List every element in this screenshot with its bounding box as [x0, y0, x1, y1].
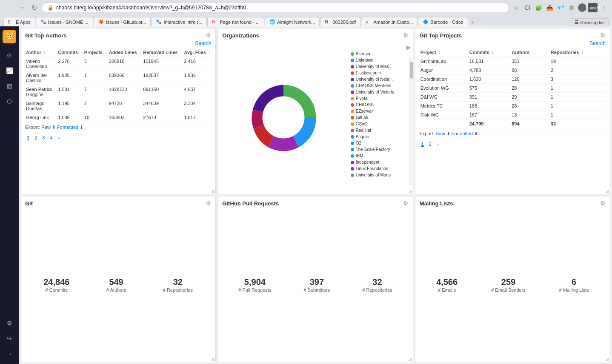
svg-point-3 — [10, 35, 11, 37]
sidebar-logo[interactable] — [3, 30, 16, 43]
stat-label: # Authors — [106, 287, 126, 293]
author-commits: 1,581 — [57, 85, 83, 99]
github-pr-gear[interactable]: ⚙ — [403, 200, 409, 207]
proj-page-2-btn[interactable]: 2 — [427, 141, 433, 148]
stat-value: 32 — [163, 277, 193, 287]
git-panel-resize[interactable]: ◢ — [211, 356, 214, 361]
extension-icon-3[interactable]: 💎 — [556, 3, 565, 12]
ci-icon[interactable]: Ci — [523, 3, 532, 12]
page-4-btn[interactable]: 4 — [48, 134, 54, 141]
extension-icon-1[interactable]: 🧩 — [534, 3, 543, 12]
extension-icon-4[interactable]: ⚙ — [567, 3, 576, 12]
sidebar-item-arrow[interactable]: → — [3, 347, 16, 361]
tab-amazon[interactable]: a Amazon.in:Custo... — [361, 17, 418, 26]
sidebar-item-list[interactable]: ▦ — [3, 79, 16, 93]
tab-label-barcode: Barcode - Odoo — [430, 20, 463, 25]
bookmark-star[interactable]: ☆ — [512, 3, 521, 12]
sidebar-item-shape[interactable]: ⬡ — [3, 94, 16, 108]
tab-pdf[interactable]: N 080206.pdf — [320, 17, 360, 26]
project-repos: 1 — [550, 102, 606, 111]
git-projects-raw-link[interactable]: Raw — [436, 131, 445, 136]
git-top-projects-title: Git Top Projects — [420, 32, 462, 39]
tab-overflow-button[interactable]: » — [469, 18, 476, 26]
legend-dot — [351, 84, 354, 88]
tab-apps[interactable]: E E Apps — [3, 17, 35, 26]
back-button[interactable]: ← — [3, 3, 14, 13]
legend-label: IBM — [356, 154, 363, 158]
orgs-panel-resize[interactable]: ◢ — [409, 188, 412, 193]
refresh-button[interactable]: ↻ — [29, 3, 39, 13]
forward-button[interactable]: → — [16, 3, 26, 13]
git-top-projects-gear[interactable]: ⚙ — [600, 32, 606, 39]
scrollbar-thumb[interactable] — [410, 62, 413, 79]
panel-resize-handle[interactable]: ◢ — [211, 188, 214, 193]
author-added: 226818 — [108, 57, 143, 71]
project-commits: 16,581 — [469, 57, 511, 66]
page-1-btn[interactable]: 1 — [25, 134, 31, 141]
legend-scroll-up[interactable]: ▶ — [351, 44, 411, 51]
owl-logo-icon — [4, 31, 14, 42]
git-authors-formatted-link[interactable]: Formatted — [57, 125, 78, 130]
address-bar[interactable]: 🔒 chaoss.biterg.io/app/kibana#/dashboard… — [42, 3, 509, 13]
table-row: Risk WG 167 13 1 — [420, 111, 606, 119]
proj-col-project: Project ↕ — [420, 48, 469, 57]
page-3-btn[interactable]: 3 — [40, 134, 46, 141]
sidebar-item-home[interactable]: ⊙ — [3, 48, 16, 62]
legend-label: Acquia — [356, 134, 369, 139]
github-pr-panel-resize[interactable]: ◢ — [409, 356, 412, 361]
sidebar-item-settings[interactable]: ⚙ — [3, 316, 16, 330]
legend-label: Elasticsearch — [356, 71, 381, 75]
tabs-bar: E E Apps 🐾 Issues · GNOME ... 🦊 Issues ·… — [0, 15, 612, 26]
proj-page-next-btn[interactable]: » — [435, 141, 441, 148]
proj-page-1-btn[interactable]: 1 — [420, 141, 426, 148]
organizations-gear[interactable]: ⚙ — [403, 32, 409, 39]
menu-button[interactable]: ⋮ — [599, 3, 609, 12]
legend-item: O2 — [351, 140, 411, 146]
git-authors-raw-link[interactable]: Raw — [41, 125, 51, 130]
git-projects-search-link[interactable]: Search — [589, 40, 606, 46]
organizations-scrollbar[interactable] — [409, 57, 413, 185]
legend-label: EZserver — [356, 109, 373, 114]
page-next-btn[interactable]: » — [56, 134, 62, 141]
reading-list-label: Reading list — [581, 20, 605, 25]
git-projects-pagination: 1 2 » — [420, 139, 606, 149]
git-panel-gear[interactable]: ⚙ — [206, 200, 211, 207]
git-top-authors-gear[interactable]: ⚙ — [206, 32, 211, 39]
project-repos: 1 — [550, 93, 606, 102]
git-projects-formatted-link[interactable]: Formatted — [452, 131, 473, 136]
stat-item: 259 # Email Senders — [491, 277, 526, 293]
tab-almight[interactable]: 🌐 Almight Network... — [265, 17, 320, 26]
tab-barcode[interactable]: 🔷 Barcode - Odoo — [418, 17, 468, 26]
tab-favicon-gnome: 🐾 — [40, 19, 46, 25]
mailing-panel-header: Mailing Lists ⚙ — [415, 196, 610, 208]
tab-label-gitlab: Issues · GitLab.or... — [106, 20, 146, 25]
sidebar-item-expand[interactable]: ↪ — [3, 332, 16, 345]
legend-dot — [351, 122, 354, 126]
proj-total-authors: 694 — [511, 119, 550, 128]
table-row: Sean Patrick Goggins 1,581 7 1828730 891… — [25, 85, 211, 99]
tab-page-not-found[interactable]: N Page not found - ... — [207, 17, 264, 26]
git-projects-export-row: Export: Raw ⬇ Formatted ⬇ — [420, 128, 606, 139]
git-authors-search-link[interactable]: Search — [195, 40, 211, 46]
tab-gitlab[interactable]: 🦊 Issues · GitLab.or... — [94, 17, 151, 26]
mailing-panel-resize[interactable]: ◢ — [606, 356, 609, 361]
sidebar-item-analytics[interactable]: 📈 — [3, 64, 16, 77]
tab-interactive[interactable]: 🐾 Interactive intro (... — [151, 17, 207, 26]
author-added: 839266 — [108, 71, 143, 85]
extension-icon-2[interactable]: 📤 — [545, 3, 554, 12]
profile-icon[interactable] — [578, 3, 586, 12]
tab-gnome[interactable]: 🐾 Issues · GNOME ... — [36, 17, 93, 26]
author-added: 163603 — [108, 113, 143, 122]
legend-item: Red Hat — [351, 127, 411, 134]
stat-value: 32 — [362, 277, 392, 287]
legend-item: University of Nebr... — [351, 76, 411, 82]
legend-item: Elasticsearch — [351, 70, 411, 76]
author-avg: 1.932 — [183, 71, 211, 85]
author-name: Georg Link — [25, 113, 57, 122]
stat-value: 397 — [303, 277, 330, 287]
page-2-btn[interactable]: 2 — [33, 134, 39, 141]
stat-label: # Repositories — [163, 287, 193, 293]
reading-list-button[interactable]: ☰ Reading list — [571, 18, 609, 26]
projects-panel-resize[interactable]: ◢ — [606, 188, 609, 193]
mailing-panel-gear[interactable]: ⚙ — [600, 200, 606, 207]
